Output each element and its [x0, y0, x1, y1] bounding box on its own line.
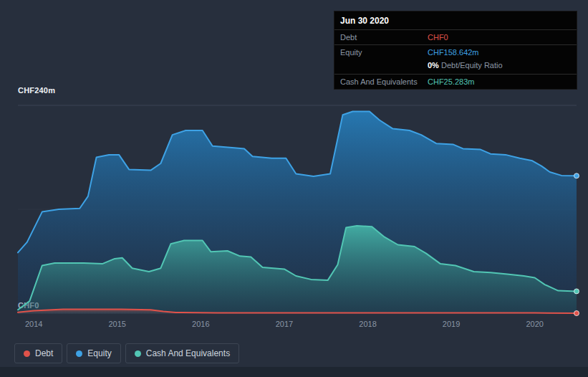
x-axis: 2014201520162017201820192020 — [0, 320, 588, 331]
equity-marker — [574, 173, 579, 178]
chart-tooltip: Jun 30 2020 Debt CHF0 Equity CHF158.642m… — [334, 11, 577, 90]
legend-cash-label: Cash And Equivalents — [146, 348, 230, 358]
legend-item-equity[interactable]: Equity — [67, 343, 120, 363]
x-axis-tick: 2020 — [526, 320, 543, 328]
y-axis-label-top: CHF240m — [18, 86, 55, 95]
tooltip-cash-label: Cash And Equivalents — [340, 77, 428, 87]
tooltip-debt-value: CHF0 — [428, 32, 448, 42]
chart-plot-area[interactable] — [18, 105, 577, 313]
debt-equity-history-panel: Jun 30 2020 Debt CHF0 Equity CHF158.642m… — [0, 0, 588, 377]
x-axis-tick: 2014 — [25, 320, 42, 328]
x-axis-tick: 2018 — [359, 320, 376, 328]
legend-equity-label: Equity — [87, 348, 111, 358]
tooltip-ratio-row: 0% Debt/Equity Ratio — [334, 59, 577, 74]
x-axis-tick: 2016 — [192, 320, 209, 328]
tooltip-equity-label: Equity — [340, 47, 428, 57]
x-axis-tick: 2017 — [276, 320, 293, 328]
debt-dot-icon — [24, 350, 30, 357]
bottom-edge-strip — [0, 367, 588, 377]
legend-debt-label: Debt — [35, 348, 53, 358]
equity-dot-icon — [76, 350, 82, 357]
chart-svg — [18, 105, 577, 313]
tooltip-debt-row: Debt CHF0 — [334, 30, 577, 45]
cash-dot-icon — [135, 350, 141, 357]
tooltip-ratio-label: Debt/Equity Ratio — [439, 61, 503, 70]
tooltip-cash-row: Cash And Equivalents CHF25.283m — [334, 74, 577, 89]
debt-marker — [574, 311, 579, 316]
x-axis-tick: 2015 — [108, 320, 125, 328]
tooltip-debt-label: Debt — [340, 32, 428, 42]
tooltip-ratio-value: 0% — [428, 61, 439, 70]
chart-legend: Debt Equity Cash And Equivalents — [14, 343, 239, 363]
cash-and-equivalents-marker — [574, 289, 579, 294]
legend-item-cash[interactable]: Cash And Equivalents — [125, 343, 239, 363]
tooltip-equity-value: CHF158.642m — [428, 47, 479, 57]
x-axis-tick: 2019 — [443, 320, 460, 328]
legend-item-debt[interactable]: Debt — [14, 343, 62, 363]
tooltip-cash-value: CHF25.283m — [428, 77, 474, 87]
tooltip-date: Jun 30 2020 — [334, 11, 577, 30]
tooltip-equity-row: Equity CHF158.642m — [334, 45, 577, 59]
